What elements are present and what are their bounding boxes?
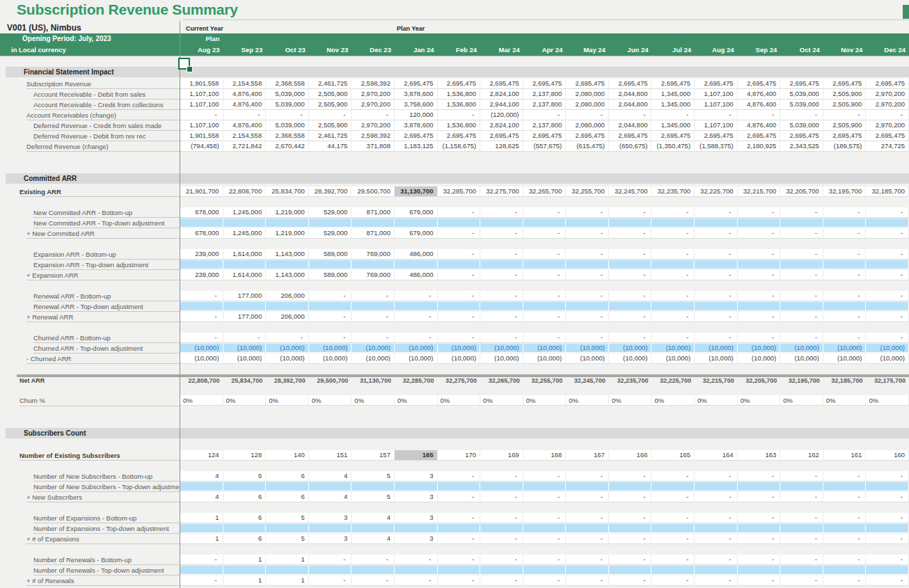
value-cell[interactable]: 1,536,800 [438,100,481,110]
value-cell[interactable]: 4 [309,471,352,482]
adjustment-input-cell[interactable] [438,218,481,228]
value-cell[interactable]: - [695,492,738,502]
value-cell[interactable]: 165 [395,450,438,461]
value-cell[interactable]: 177,000 [223,312,267,322]
value-cell[interactable]: 1,901,558 [180,131,223,141]
value-cell[interactable]: - [523,555,567,565]
value-cell[interactable]: - [866,492,909,502]
value-cell[interactable]: - [395,291,438,301]
value-cell[interactable]: 2,970,200 [351,100,395,110]
adjustment-input-cell[interactable] [438,524,481,533]
value-cell[interactable]: - [823,291,867,301]
value-cell[interactable]: - [480,270,523,280]
value-cell[interactable]: (120,000) [480,110,523,120]
adjustment-input-cell[interactable] [823,260,867,269]
value-cell[interactable]: - [480,513,523,523]
value-cell[interactable]: 170 [438,450,481,461]
value-cell[interactable]: - [566,333,609,343]
adjustment-input-cell[interactable] [223,482,267,491]
value-cell[interactable]: (1,588,375) [695,141,738,152]
value-cell[interactable]: 120,000 [395,110,438,120]
value-cell[interactable]: - [566,555,609,565]
value-cell[interactable]: - [523,471,567,482]
value-cell[interactable]: 2,970,200 [351,120,395,131]
value-cell[interactable]: - [695,575,738,586]
adjustment-input-cell[interactable] [223,524,267,533]
value-cell[interactable]: - [780,249,823,260]
value-cell[interactable]: - [738,312,781,322]
value-cell[interactable]: - [695,228,738,239]
value-cell[interactable]: - [395,575,438,586]
value-cell[interactable]: - [609,312,652,322]
value-cell[interactable]: - [438,291,481,301]
value-cell[interactable]: 22,808,700 [180,374,223,387]
value-cell[interactable]: 32,265,700 [480,374,523,387]
value-cell[interactable]: - [566,471,609,482]
value-cell[interactable]: - [523,534,567,544]
value-cell[interactable]: 6 [266,492,309,502]
value-cell[interactable]: - [780,513,823,523]
value-cell[interactable]: 1,107,100 [180,89,223,100]
value-cell[interactable]: 44,175 [309,141,352,152]
value-cell[interactable]: 2,505,900 [309,120,352,131]
adjustment-input-cell[interactable]: (10,000) [651,344,695,353]
value-cell[interactable]: 25,834,700 [223,374,267,387]
value-cell[interactable]: - [438,312,481,322]
value-cell[interactable]: - [438,492,481,502]
value-cell[interactable]: 32,265,700 [523,186,567,197]
value-cell[interactable]: 28,392,700 [266,374,309,387]
adjustment-input-cell[interactable] [523,260,567,269]
value-cell[interactable]: - [566,249,609,260]
adjustment-input-cell[interactable] [266,566,309,575]
value-cell[interactable]: (10,000) [823,353,867,364]
adjustment-input-cell[interactable]: (10,000) [866,344,909,353]
adjustment-input-cell[interactable] [566,524,609,533]
value-cell[interactable]: - [823,575,867,586]
adjustment-input-cell[interactable] [223,260,267,269]
value-cell[interactable]: 168 [523,450,567,461]
value-cell[interactable]: - [523,110,567,120]
adjustment-input-cell[interactable] [823,566,867,575]
value-cell[interactable]: 32,175,700 [866,374,909,387]
value-cell[interactable]: 871,000 [351,228,395,239]
value-cell[interactable]: 0% [609,395,652,406]
value-cell[interactable]: 31,130,700 [351,374,395,387]
value-cell[interactable]: 1,614,000 [223,270,267,280]
adjustment-input-cell[interactable] [738,260,781,269]
adjustment-input-cell[interactable] [651,260,695,269]
value-cell[interactable]: - [695,207,738,218]
adjustment-input-cell[interactable] [566,482,609,491]
adjustment-input-cell[interactable]: (10,000) [695,344,738,353]
value-cell[interactable]: 0% [180,395,223,406]
value-cell[interactable]: - [780,270,823,280]
value-cell[interactable]: 5,039,000 [266,120,309,131]
value-cell[interactable]: 529,000 [309,228,352,239]
value-cell[interactable]: 32,205,700 [738,374,781,387]
value-cell[interactable]: 162 [780,450,823,461]
value-cell[interactable]: 0% [738,395,781,406]
value-cell[interactable]: 6 [223,534,267,544]
value-cell[interactable]: 769,000 [351,270,395,280]
value-cell[interactable]: - [566,534,609,544]
adjustment-input-cell[interactable] [438,482,481,491]
value-cell[interactable]: 165 [651,450,695,461]
value-cell[interactable]: (10,000) [351,353,395,364]
value-cell[interactable]: - [651,228,695,239]
adjustment-input-cell[interactable] [180,302,223,311]
value-cell[interactable]: 371,808 [351,141,395,152]
value-cell[interactable]: 32,225,700 [651,374,695,387]
value-cell[interactable]: 2,343,525 [780,141,823,152]
adjustment-input-cell[interactable] [695,524,738,533]
value-cell[interactable]: - [866,249,909,260]
value-cell[interactable]: 2,137,800 [523,100,567,110]
value-cell[interactable]: 2,505,900 [309,89,352,100]
value-cell[interactable]: (10,000) [609,353,652,364]
value-cell[interactable]: 0% [651,395,695,406]
adjustment-input-cell[interactable]: (10,000) [609,344,652,353]
adjustment-input-cell[interactable] [523,302,567,311]
value-cell[interactable]: (189,575) [823,141,867,152]
value-cell[interactable]: - [480,249,523,260]
value-cell[interactable]: 32,235,700 [609,374,652,387]
value-cell[interactable]: 2,461,725 [309,131,352,141]
adjustment-input-cell[interactable] [180,260,223,269]
